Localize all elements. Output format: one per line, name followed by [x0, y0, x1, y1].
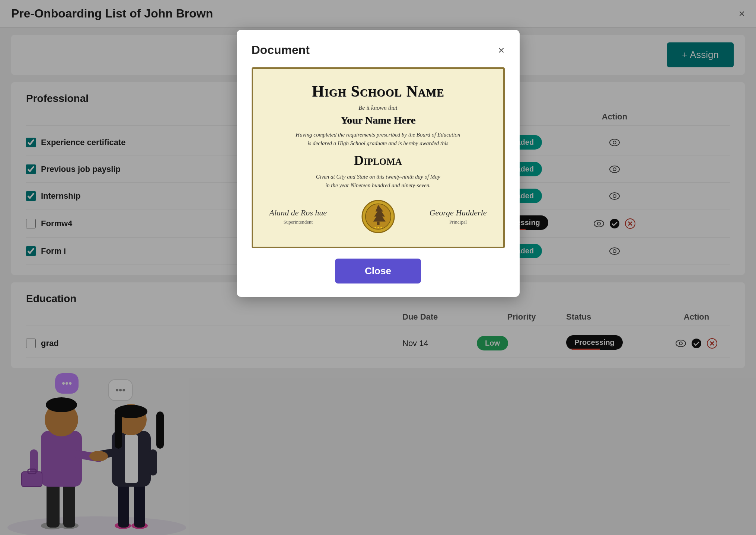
- diploma-seal: ★ ★ ★: [361, 200, 395, 233]
- diploma-degree: Diploma: [269, 153, 487, 168]
- modal-header: Document ×: [252, 43, 505, 57]
- diploma: High School Name Be it known that Your N…: [252, 67, 505, 248]
- svg-text:★ ★ ★: ★ ★ ★: [374, 226, 382, 229]
- sig1-title: Superintendent: [283, 219, 313, 225]
- diploma-your-name: Your Name Here: [269, 114, 487, 126]
- diploma-be-it-known: Be it known that: [269, 105, 487, 111]
- signature-2: George Hadderle Principal: [430, 208, 487, 225]
- diploma-school-name: High School Name: [269, 82, 487, 100]
- document-modal: Document × High School Name Be it known …: [237, 30, 520, 297]
- modal-close-button[interactable]: ×: [498, 45, 505, 56]
- main-window: Pre-Onboarding List of John Brown × + As…: [0, 0, 756, 535]
- sig1-name: Aland de Ros hue: [269, 208, 327, 218]
- diploma-signatures: Aland de Ros hue Superintendent ★ ★ ★ Ge…: [269, 200, 487, 233]
- svg-rect-50: [377, 222, 379, 225]
- sig2-name: George Hadderle: [430, 208, 487, 218]
- signature-1: Aland de Ros hue Superintendent: [269, 208, 327, 225]
- modal-title: Document: [252, 43, 310, 57]
- diploma-body1: Having completed the requirements prescr…: [269, 131, 487, 147]
- modal-close-bottom-button[interactable]: Close: [335, 259, 421, 283]
- diploma-given: Given at City and State on this twenty-n…: [269, 173, 487, 189]
- sig2-title: Principal: [449, 219, 467, 225]
